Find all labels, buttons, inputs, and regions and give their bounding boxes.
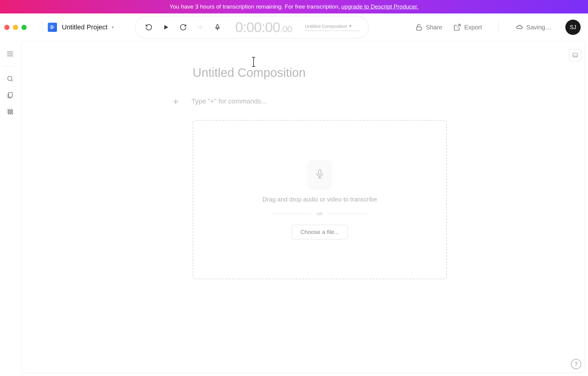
svg-point-15 [8, 76, 12, 81]
main-area: Untitled Composition + Type "+" for comm… [0, 41, 588, 376]
transport-pill: 0:00:00.00 Untitled Composition ▾ [135, 16, 369, 39]
timeline-minibar [305, 30, 360, 31]
user-avatar[interactable]: SJ [565, 20, 581, 35]
window-maximize-button[interactable] [21, 25, 27, 30]
media-dropzone[interactable]: Drag and drop audio or video to transcri… [193, 120, 447, 279]
svg-rect-17 [9, 92, 12, 97]
timecode-display: 0:00:00.00 [235, 19, 292, 36]
command-row: + Type "+" for commands... [171, 96, 450, 107]
timecode-main: 0:00:00 [235, 19, 280, 35]
svg-rect-21 [573, 53, 578, 57]
upgrade-link[interactable]: upgrade to Descript Producer. [341, 3, 418, 10]
svg-rect-0 [51, 26, 53, 26]
svg-marker-3 [164, 25, 168, 30]
upgrade-banner: You have 3 hours of transcription remain… [0, 0, 588, 13]
properties-panel-toggle[interactable] [569, 49, 581, 61]
document: Untitled Composition + Type "+" for comm… [156, 66, 450, 279]
window-close-button[interactable] [4, 25, 9, 30]
or-separator: OR [272, 212, 368, 216]
svg-point-5 [200, 26, 201, 27]
svg-rect-18 [318, 170, 321, 175]
play-button[interactable] [161, 22, 171, 32]
svg-rect-1 [51, 27, 54, 28]
project-dropdown[interactable]: Untitled Project ▾ [62, 23, 114, 31]
help-button[interactable]: ? [571, 359, 581, 369]
saving-label: Saving… [526, 24, 551, 31]
svg-point-8 [200, 27, 201, 28]
svg-rect-11 [417, 27, 421, 30]
line [328, 214, 368, 214]
body-placeholder[interactable]: Type "+" for commands... [191, 97, 267, 105]
right-actions: Share Export Saving… SJ [415, 20, 581, 35]
add-block-button[interactable]: + [171, 96, 181, 107]
record-button[interactable] [213, 22, 222, 32]
composition-title-input[interactable]: Untitled Composition [193, 66, 450, 80]
hamburger-button[interactable] [5, 48, 16, 59]
magic-button[interactable] [195, 22, 205, 32]
microphone-icon [309, 160, 331, 187]
window-controls [4, 25, 27, 30]
saving-status: Saving… [515, 23, 551, 31]
window-minimize-button[interactable] [13, 25, 18, 30]
search-button[interactable] [5, 73, 16, 84]
redo-button[interactable] [178, 22, 188, 32]
left-rail [0, 41, 20, 376]
share-button[interactable]: Share [415, 23, 442, 31]
pages-button[interactable] [5, 90, 16, 101]
chevron-down-icon: ▾ [112, 25, 114, 29]
export-button[interactable]: Export [453, 23, 482, 31]
choose-file-button[interactable]: Choose a file... [292, 225, 348, 239]
svg-line-16 [12, 80, 13, 82]
svg-rect-2 [51, 28, 53, 29]
media-button[interactable] [5, 106, 16, 117]
divider [499, 21, 499, 33]
composition-dropdown[interactable]: Untitled Composition ▾ [305, 23, 360, 31]
undo-button[interactable] [144, 22, 154, 32]
title-placeholder: Untitled Composition [193, 66, 306, 79]
divider [42, 21, 42, 33]
or-label: OR [317, 212, 323, 216]
document-canvas: Untitled Composition + Type "+" for comm… [21, 41, 585, 373]
divider [3, 66, 17, 66]
avatar-initials: SJ [570, 24, 576, 31]
dropzone-text: Drag and drop audio or video to transcri… [262, 196, 377, 203]
timecode-fraction: .00 [280, 24, 292, 34]
svg-point-6 [200, 28, 201, 29]
chevron-down-icon: ▾ [349, 23, 352, 29]
export-label: Export [464, 24, 482, 31]
banner-text: You have 3 hours of transcription remain… [169, 3, 340, 10]
top-toolbar: Untitled Project ▾ 0:00:00.00 Untitled C… [0, 13, 588, 41]
app-logo-icon [48, 23, 57, 32]
share-label: Share [426, 24, 442, 31]
svg-rect-9 [217, 25, 218, 28]
text-cursor-icon [253, 57, 254, 66]
project-name: Untitled Project [62, 23, 107, 31]
svg-point-7 [202, 27, 203, 28]
line [272, 214, 312, 214]
composition-label: Untitled Composition [305, 24, 347, 29]
svg-point-4 [198, 27, 199, 28]
